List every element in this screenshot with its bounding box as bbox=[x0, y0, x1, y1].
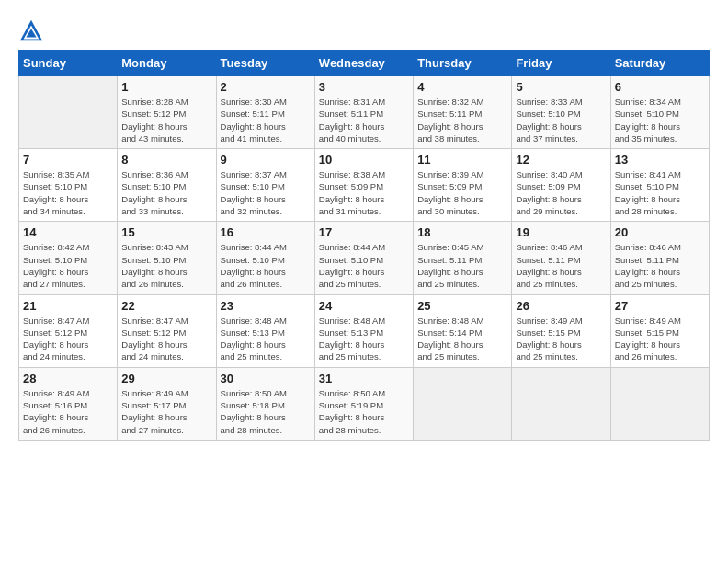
day-info: Sunrise: 8:28 AM Sunset: 5:12 PM Dayligh… bbox=[121, 96, 211, 144]
day-number: 2 bbox=[221, 80, 311, 94]
calendar-header: SundayMondayTuesdayWednesdayThursdayFrid… bbox=[19, 51, 710, 76]
day-number: 21 bbox=[23, 299, 113, 313]
day-info: Sunrise: 8:49 AM Sunset: 5:16 PM Dayligh… bbox=[23, 387, 113, 436]
calendar-cell: 24Sunrise: 8:48 AM Sunset: 5:13 PM Dayli… bbox=[314, 294, 413, 367]
day-number: 27 bbox=[615, 299, 705, 313]
day-number: 8 bbox=[121, 153, 211, 167]
day-info: Sunrise: 8:38 AM Sunset: 5:09 PM Dayligh… bbox=[319, 168, 409, 217]
weekday-header-tuesday: Tuesday bbox=[216, 51, 314, 76]
day-info: Sunrise: 8:49 AM Sunset: 5:15 PM Dayligh… bbox=[516, 315, 606, 363]
header-row bbox=[18, 18, 710, 44]
day-number: 26 bbox=[516, 299, 606, 313]
day-info: Sunrise: 8:49 AM Sunset: 5:15 PM Dayligh… bbox=[615, 315, 705, 363]
day-info: Sunrise: 8:44 AM Sunset: 5:10 PM Dayligh… bbox=[319, 241, 409, 290]
day-info: Sunrise: 8:39 AM Sunset: 5:09 PM Dayligh… bbox=[417, 168, 507, 217]
calendar-cell: 31Sunrise: 8:50 AM Sunset: 5:19 PM Dayli… bbox=[314, 367, 413, 440]
calendar-cell bbox=[610, 367, 709, 440]
calendar-cell bbox=[19, 76, 118, 149]
day-number: 23 bbox=[221, 299, 311, 313]
day-info: Sunrise: 8:31 AM Sunset: 5:11 PM Dayligh… bbox=[319, 96, 409, 144]
calendar-week-4: 28Sunrise: 8:49 AM Sunset: 5:16 PM Dayli… bbox=[19, 367, 710, 440]
day-info: Sunrise: 8:30 AM Sunset: 5:11 PM Dayligh… bbox=[221, 96, 311, 144]
day-number: 5 bbox=[516, 80, 606, 94]
calendar-week-3: 21Sunrise: 8:47 AM Sunset: 5:12 PM Dayli… bbox=[19, 294, 710, 367]
calendar-cell: 5Sunrise: 8:33 AM Sunset: 5:10 PM Daylig… bbox=[512, 76, 610, 149]
day-info: Sunrise: 8:48 AM Sunset: 5:13 PM Dayligh… bbox=[319, 315, 409, 363]
calendar-cell: 1Sunrise: 8:28 AM Sunset: 5:12 PM Daylig… bbox=[118, 76, 216, 149]
day-number: 15 bbox=[121, 225, 211, 239]
day-info: Sunrise: 8:50 AM Sunset: 5:18 PM Dayligh… bbox=[221, 387, 311, 436]
day-number: 4 bbox=[417, 80, 507, 94]
calendar-cell: 18Sunrise: 8:45 AM Sunset: 5:11 PM Dayli… bbox=[414, 222, 512, 294]
day-info: Sunrise: 8:49 AM Sunset: 5:17 PM Dayligh… bbox=[121, 387, 211, 436]
day-number: 16 bbox=[221, 225, 311, 239]
day-info: Sunrise: 8:44 AM Sunset: 5:10 PM Dayligh… bbox=[221, 241, 311, 290]
logo-icon bbox=[18, 18, 44, 44]
calendar-cell: 13Sunrise: 8:41 AM Sunset: 5:10 PM Dayli… bbox=[610, 149, 709, 222]
day-info: Sunrise: 8:32 AM Sunset: 5:11 PM Dayligh… bbox=[417, 96, 507, 144]
calendar-cell: 8Sunrise: 8:36 AM Sunset: 5:10 PM Daylig… bbox=[118, 149, 216, 222]
weekday-header-friday: Friday bbox=[512, 51, 610, 76]
calendar-cell: 17Sunrise: 8:44 AM Sunset: 5:10 PM Dayli… bbox=[314, 222, 413, 294]
day-number: 24 bbox=[319, 299, 409, 313]
day-info: Sunrise: 8:46 AM Sunset: 5:11 PM Dayligh… bbox=[516, 241, 606, 290]
calendar-cell: 30Sunrise: 8:50 AM Sunset: 5:18 PM Dayli… bbox=[216, 367, 314, 440]
calendar-cell: 26Sunrise: 8:49 AM Sunset: 5:15 PM Dayli… bbox=[512, 294, 610, 367]
weekday-header-row: SundayMondayTuesdayWednesdayThursdayFrid… bbox=[19, 51, 710, 76]
day-info: Sunrise: 8:48 AM Sunset: 5:13 PM Dayligh… bbox=[221, 315, 311, 363]
calendar-cell: 25Sunrise: 8:48 AM Sunset: 5:14 PM Dayli… bbox=[414, 294, 512, 367]
day-info: Sunrise: 8:50 AM Sunset: 5:19 PM Dayligh… bbox=[319, 387, 409, 436]
calendar-cell: 27Sunrise: 8:49 AM Sunset: 5:15 PM Dayli… bbox=[610, 294, 709, 367]
calendar-cell: 23Sunrise: 8:48 AM Sunset: 5:13 PM Dayli… bbox=[216, 294, 314, 367]
day-info: Sunrise: 8:45 AM Sunset: 5:11 PM Dayligh… bbox=[417, 241, 507, 290]
calendar-cell: 14Sunrise: 8:42 AM Sunset: 5:10 PM Dayli… bbox=[19, 222, 118, 294]
calendar-cell: 21Sunrise: 8:47 AM Sunset: 5:12 PM Dayli… bbox=[19, 294, 118, 367]
calendar-week-1: 7Sunrise: 8:35 AM Sunset: 5:10 PM Daylig… bbox=[19, 149, 710, 222]
day-number: 28 bbox=[23, 372, 113, 385]
day-number: 9 bbox=[221, 153, 311, 167]
calendar-container: SundayMondayTuesdayWednesdayThursdayFrid… bbox=[0, 0, 728, 450]
calendar-cell: 12Sunrise: 8:40 AM Sunset: 5:09 PM Dayli… bbox=[512, 149, 610, 222]
day-info: Sunrise: 8:37 AM Sunset: 5:10 PM Dayligh… bbox=[221, 168, 311, 217]
day-info: Sunrise: 8:47 AM Sunset: 5:12 PM Dayligh… bbox=[23, 315, 113, 363]
day-info: Sunrise: 8:34 AM Sunset: 5:10 PM Dayligh… bbox=[615, 96, 705, 144]
day-number: 1 bbox=[121, 80, 211, 94]
calendar-cell: 15Sunrise: 8:43 AM Sunset: 5:10 PM Dayli… bbox=[118, 222, 216, 294]
calendar-cell: 29Sunrise: 8:49 AM Sunset: 5:17 PM Dayli… bbox=[118, 367, 216, 440]
day-number: 25 bbox=[417, 299, 507, 313]
calendar-cell bbox=[414, 367, 512, 440]
day-number: 13 bbox=[615, 153, 705, 167]
calendar-table: SundayMondayTuesdayWednesdayThursdayFrid… bbox=[18, 50, 710, 441]
day-number: 30 bbox=[221, 372, 311, 385]
day-number: 22 bbox=[121, 299, 211, 313]
day-number: 29 bbox=[121, 372, 211, 385]
day-number: 11 bbox=[417, 153, 507, 167]
day-info: Sunrise: 8:43 AM Sunset: 5:10 PM Dayligh… bbox=[121, 241, 211, 290]
calendar-week-0: 1Sunrise: 8:28 AM Sunset: 5:12 PM Daylig… bbox=[19, 76, 710, 149]
day-number: 17 bbox=[319, 225, 409, 239]
day-number: 10 bbox=[319, 153, 409, 167]
calendar-cell: 6Sunrise: 8:34 AM Sunset: 5:10 PM Daylig… bbox=[610, 76, 709, 149]
day-info: Sunrise: 8:41 AM Sunset: 5:10 PM Dayligh… bbox=[615, 168, 705, 217]
calendar-cell: 3Sunrise: 8:31 AM Sunset: 5:11 PM Daylig… bbox=[314, 76, 413, 149]
day-number: 20 bbox=[615, 225, 705, 239]
day-info: Sunrise: 8:36 AM Sunset: 5:10 PM Dayligh… bbox=[121, 168, 211, 217]
day-number: 7 bbox=[23, 153, 113, 167]
day-info: Sunrise: 8:42 AM Sunset: 5:10 PM Dayligh… bbox=[23, 241, 113, 290]
day-number: 14 bbox=[23, 225, 113, 239]
weekday-header-sunday: Sunday bbox=[19, 51, 118, 76]
day-number: 12 bbox=[516, 153, 606, 167]
day-number: 19 bbox=[516, 225, 606, 239]
day-info: Sunrise: 8:47 AM Sunset: 5:12 PM Dayligh… bbox=[121, 315, 211, 363]
calendar-cell: 4Sunrise: 8:32 AM Sunset: 5:11 PM Daylig… bbox=[414, 76, 512, 149]
calendar-body: 1Sunrise: 8:28 AM Sunset: 5:12 PM Daylig… bbox=[19, 76, 710, 441]
calendar-cell: 20Sunrise: 8:46 AM Sunset: 5:11 PM Dayli… bbox=[610, 222, 709, 294]
day-number: 31 bbox=[319, 372, 409, 385]
calendar-cell: 28Sunrise: 8:49 AM Sunset: 5:16 PM Dayli… bbox=[19, 367, 118, 440]
weekday-header-wednesday: Wednesday bbox=[314, 51, 413, 76]
calendar-cell: 11Sunrise: 8:39 AM Sunset: 5:09 PM Dayli… bbox=[414, 149, 512, 222]
calendar-cell: 19Sunrise: 8:46 AM Sunset: 5:11 PM Dayli… bbox=[512, 222, 610, 294]
logo bbox=[18, 18, 48, 44]
calendar-cell: 16Sunrise: 8:44 AM Sunset: 5:10 PM Dayli… bbox=[216, 222, 314, 294]
day-number: 3 bbox=[319, 80, 409, 94]
